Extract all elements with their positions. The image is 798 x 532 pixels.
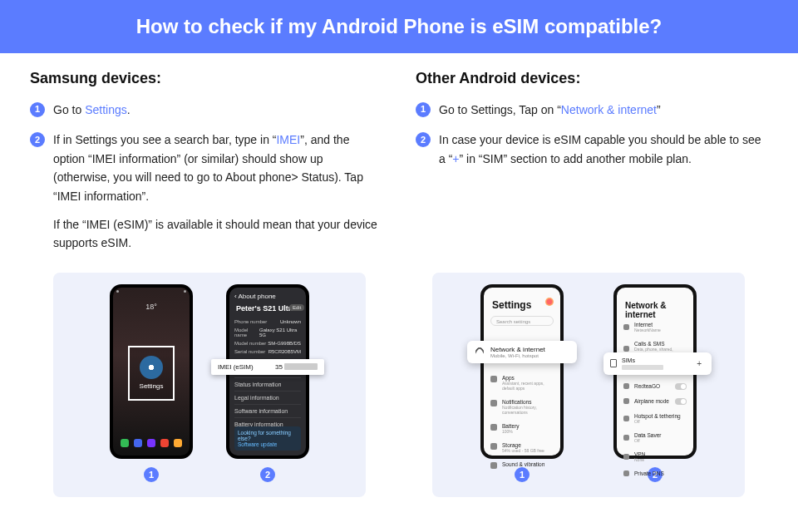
dns-icon xyxy=(623,470,629,476)
list-item: Airplane mode xyxy=(623,394,687,409)
step-extra: If the “IMEI (eSIM)” is available it sho… xyxy=(53,215,382,253)
page-header: How to check if my Android Phone is eSIM… xyxy=(0,0,798,53)
item-title: Internet xyxy=(634,322,661,328)
item-sub: Off xyxy=(634,419,681,424)
other-gallery: Settings Search settings Network & inter… xyxy=(432,273,745,497)
step-text: Go to xyxy=(53,103,85,116)
item-title: Airplane mode xyxy=(634,398,669,404)
step-body: Go to Settings, Tap on “Network & intern… xyxy=(439,101,768,119)
item-sub: 100% xyxy=(502,429,520,434)
network-link[interactable]: Network & internet xyxy=(561,103,657,116)
battery-icon xyxy=(490,424,497,431)
device-info-rows: Phone numberUnknown Model nameGalaxy S21… xyxy=(234,318,301,356)
info-val: R5CR20B5VM xyxy=(268,349,301,354)
shot-badge: 1 xyxy=(144,467,159,482)
toggle xyxy=(675,398,687,405)
plus-icon: + xyxy=(693,359,705,368)
apps-icon xyxy=(490,376,497,382)
list-item: Sound & vibration xyxy=(490,457,554,473)
list-item: Battery100% xyxy=(490,419,554,438)
step-body: Go to Settings. xyxy=(53,101,382,119)
sound-icon xyxy=(490,462,497,469)
sim-icon xyxy=(610,359,617,367)
sims-label: SIMs xyxy=(622,357,688,363)
item-sub: Assistant, recent apps, default apps xyxy=(502,381,554,391)
callout-sub: Mobile, Wi-Fi, hotspot xyxy=(490,353,545,358)
sim-icon xyxy=(623,383,629,389)
phone-mock-homescreen: 18° Settings xyxy=(110,284,193,459)
item-title: Battery xyxy=(502,423,520,429)
instruction-columns: Samsung devices: 1 Go to Settings. 2 If … xyxy=(0,53,798,264)
imei-link[interactable]: IMEI xyxy=(276,133,300,146)
item-title: Notifications xyxy=(502,399,554,405)
item-sub: NetworkName xyxy=(634,328,661,332)
item-title: Apps xyxy=(502,375,554,381)
samsung-column: Samsung devices: 1 Go to Settings. 2 If … xyxy=(30,70,382,264)
network-internet-callout: Network & internet Mobile, Wi-Fi, hotspo… xyxy=(467,341,577,363)
item-title: RedteaGO xyxy=(634,383,660,389)
info-key: Serial number xyxy=(234,349,265,354)
footer-q: Looking for something else? xyxy=(238,430,298,441)
list-item: Hotspot & tetheringOff xyxy=(623,409,687,428)
item-sub: 54% used - 58 GB free xyxy=(502,448,544,453)
item-sub: Notification history, conversations xyxy=(502,405,554,415)
list-item: Storage54% used - 58 GB free xyxy=(490,438,554,457)
search-settings: Search settings xyxy=(490,316,554,326)
footer-a: Software update xyxy=(238,441,298,447)
settings-list: AppsAssistant, recent apps, default apps… xyxy=(490,371,554,473)
item-title: Data Saver xyxy=(634,432,662,438)
about-footer: Looking for something else? Software upd… xyxy=(234,426,301,451)
list-item: RedteaGO xyxy=(623,379,687,394)
phone-mock-network: Network & internet InternetNetworkName C… xyxy=(613,284,697,459)
step-number: 1 xyxy=(30,102,45,117)
step-body: In case your device is eSIM capable you … xyxy=(439,131,768,168)
device-name: Peter's S21 Ultra xyxy=(236,304,295,313)
gear-icon xyxy=(140,356,163,379)
other-shot-2: Network & internet InternetNetworkName C… xyxy=(613,284,697,482)
item-title: Private DNS xyxy=(634,470,664,476)
step-body: If in Settings you see a search bar, typ… xyxy=(53,131,382,252)
callout-title: Network & internet xyxy=(490,346,545,353)
samsung-gallery: 18° Settings 1 ‹ About phone Peter's S21… xyxy=(53,273,366,497)
step-text: ” xyxy=(657,103,661,116)
airplane-icon xyxy=(623,398,629,404)
toggle xyxy=(675,383,687,390)
phone-mock-about: ‹ About phone Peter's S21 Ultra Edit Pho… xyxy=(226,284,309,459)
storage-icon xyxy=(490,443,497,450)
step-number: 2 xyxy=(30,132,45,147)
other-title: Other Android devices: xyxy=(416,70,768,87)
settings-link[interactable]: Settings xyxy=(85,103,127,116)
plus-link[interactable]: + xyxy=(452,152,459,165)
status-bar xyxy=(116,290,186,295)
settings-title: Settings xyxy=(492,299,531,311)
step-text: . xyxy=(127,103,131,116)
samsung-step-1: 1 Go to Settings. xyxy=(30,101,382,119)
list-item: AppsAssistant, recent apps, default apps xyxy=(490,371,554,395)
other-step-2: 2 In case your device is eSIM capable yo… xyxy=(416,131,768,168)
wifi-icon xyxy=(475,347,484,356)
network-list-bottom: RedteaGO Airplane mode Hotspot & tetheri… xyxy=(623,379,687,480)
network-title: Network & internet xyxy=(625,301,693,319)
datasaver-icon xyxy=(623,435,629,441)
other-step-1: 1 Go to Settings, Tap on “Network & inte… xyxy=(416,101,768,119)
item-sub: None xyxy=(634,457,645,462)
info-val: SM-G998B/DS xyxy=(268,341,301,346)
list-item: NotificationsNotification history, conve… xyxy=(490,395,554,419)
imei-mask xyxy=(284,363,318,370)
settings-label: Settings xyxy=(140,382,164,390)
sim-name-mask xyxy=(622,365,663,370)
app-dock xyxy=(118,439,185,451)
info-key: Model name xyxy=(234,328,259,337)
list-item: VPNNone xyxy=(623,447,687,466)
other-column: Other Android devices: 1 Go to Settings,… xyxy=(416,70,768,264)
step-text: ” in “SIM” section to add another mobile… xyxy=(460,152,692,165)
about-list: Status information Legal information Sof… xyxy=(234,377,301,431)
info-val: Unknown xyxy=(280,319,301,324)
item-title: Sound & vibration xyxy=(502,461,544,467)
imei-callout: IMEI (eSIM) 35 xyxy=(211,359,324,375)
list-item: Private DNS xyxy=(623,466,687,480)
info-key: Phone number xyxy=(234,319,267,324)
shot-badge: 2 xyxy=(260,467,275,482)
step-text: Go to Settings, Tap on “ xyxy=(439,103,561,116)
item-title: Calls & SMS xyxy=(634,341,687,347)
